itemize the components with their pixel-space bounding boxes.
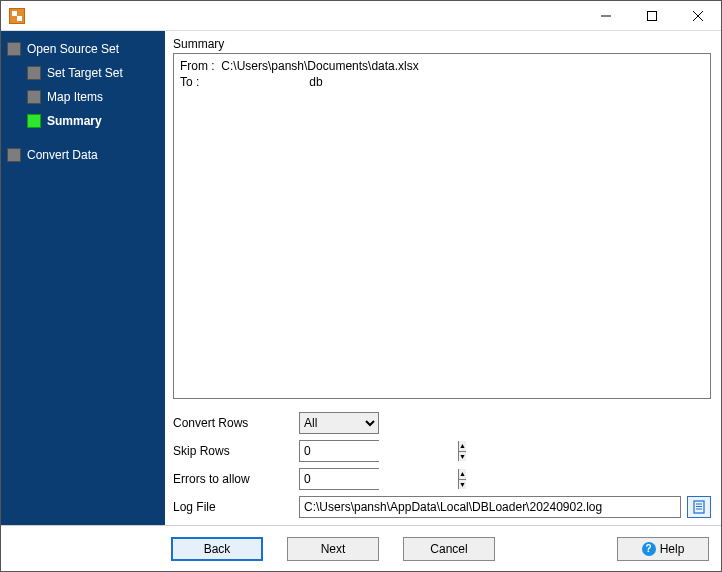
step-label: Set Target Set bbox=[47, 66, 123, 80]
sidebar-step-convert-data[interactable]: Convert Data bbox=[1, 143, 165, 167]
step-label: Open Source Set bbox=[27, 42, 119, 56]
svg-rect-1 bbox=[648, 11, 657, 20]
skip-rows-up[interactable]: ▲ bbox=[459, 441, 466, 452]
maximize-button[interactable] bbox=[629, 1, 675, 31]
errors-spinner[interactable]: ▲ ▼ bbox=[299, 468, 379, 490]
skip-rows-spinner[interactable]: ▲ ▼ bbox=[299, 440, 379, 462]
help-button[interactable]: ? Help bbox=[617, 537, 709, 561]
sidebar-step-summary[interactable]: Summary bbox=[1, 109, 165, 133]
minimize-button[interactable] bbox=[583, 1, 629, 31]
step-node-icon bbox=[7, 148, 21, 162]
summary-textarea[interactable]: From : C:\Users\pansh\Documents\data.xls… bbox=[173, 53, 711, 399]
logfile-browse-button[interactable] bbox=[687, 496, 711, 518]
titlebar bbox=[1, 1, 721, 31]
back-button[interactable]: Back bbox=[171, 537, 263, 561]
close-button[interactable] bbox=[675, 1, 721, 31]
app-icon bbox=[9, 8, 25, 24]
step-node-icon bbox=[27, 90, 41, 104]
document-icon bbox=[692, 500, 706, 514]
step-node-icon bbox=[27, 114, 41, 128]
skip-rows-down[interactable]: ▼ bbox=[459, 452, 466, 462]
step-label: Map Items bbox=[47, 90, 103, 104]
errors-input[interactable] bbox=[300, 469, 458, 489]
wizard-sidebar: Open Source SetSet Target SetMap ItemsSu… bbox=[1, 31, 165, 525]
skip-rows-input[interactable] bbox=[300, 441, 458, 461]
step-label: Convert Data bbox=[27, 148, 98, 162]
wizard-footer: Back Next Cancel ? Help bbox=[1, 525, 721, 571]
sidebar-step-open-source-set[interactable]: Open Source Set bbox=[1, 37, 165, 61]
step-label: Summary bbox=[47, 114, 102, 128]
errors-down[interactable]: ▼ bbox=[459, 480, 466, 490]
next-button[interactable]: Next bbox=[287, 537, 379, 561]
skip-rows-label: Skip Rows bbox=[173, 444, 299, 458]
section-label: Summary bbox=[173, 37, 711, 51]
cancel-button[interactable]: Cancel bbox=[403, 537, 495, 561]
content-pane: Summary From : C:\Users\pansh\Documents\… bbox=[165, 31, 721, 525]
errors-up[interactable]: ▲ bbox=[459, 469, 466, 480]
convert-rows-label: Convert Rows bbox=[173, 416, 299, 430]
logfile-input[interactable] bbox=[299, 496, 681, 518]
errors-label: Errors to allow bbox=[173, 472, 299, 486]
logfile-label: Log File bbox=[173, 500, 299, 514]
convert-rows-select[interactable]: All bbox=[299, 412, 379, 434]
help-icon: ? bbox=[642, 542, 656, 556]
sidebar-step-set-target-set[interactable]: Set Target Set bbox=[1, 61, 165, 85]
sidebar-step-map-items[interactable]: Map Items bbox=[1, 85, 165, 109]
step-node-icon bbox=[7, 42, 21, 56]
step-node-icon bbox=[27, 66, 41, 80]
